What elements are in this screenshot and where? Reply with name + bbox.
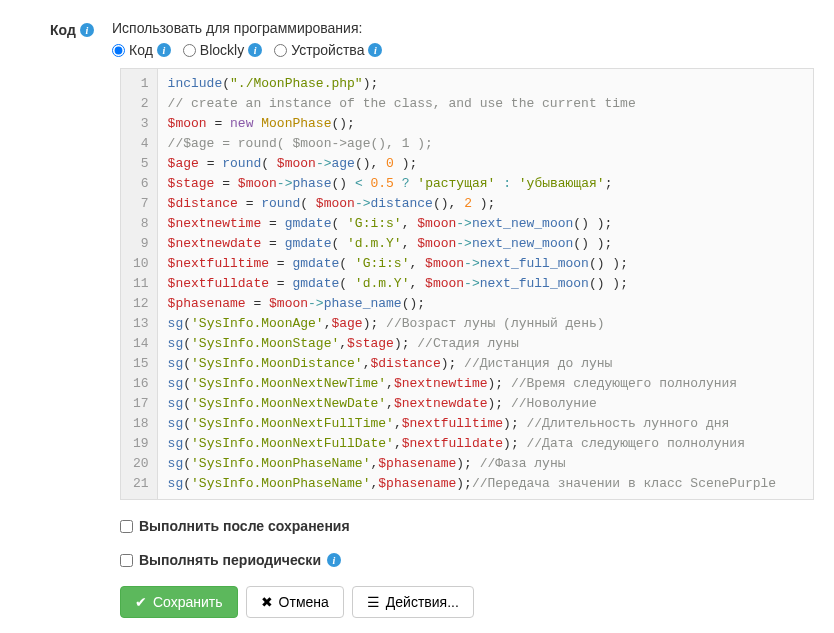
field-content: Использовать для программирования: Код i… [112, 20, 814, 58]
line-gutter: 123456789101112131415161718192021 [121, 69, 158, 499]
code-line[interactable]: sg('SysInfo.MoonDistance',$distance); //… [168, 354, 803, 374]
code-line[interactable]: sg('SysInfo.MoonStage',$stage); //Стадия… [168, 334, 803, 354]
info-icon[interactable]: i [327, 553, 341, 567]
checkbox-run-periodically-label[interactable]: Выполнять периодически [139, 552, 321, 568]
code-area[interactable]: include("./MoonPhase.php");// create an … [158, 69, 813, 499]
menu-icon: ☰ [367, 594, 380, 610]
code-line[interactable]: $nextfulltime = gmdate( 'G:i:s', $moon->… [168, 254, 803, 274]
code-line[interactable]: include("./MoonPhase.php"); [168, 74, 803, 94]
checkbox-run-after-save[interactable] [120, 520, 133, 533]
code-line[interactable]: $age = round( $moon->age(), 0 ); [168, 154, 803, 174]
radio-code-label[interactable]: Код [129, 42, 153, 58]
info-icon[interactable]: i [248, 43, 262, 57]
cancel-button-label: Отмена [279, 594, 329, 610]
close-icon: ✖ [261, 594, 273, 610]
field-label-text: Код [50, 22, 76, 38]
actions-button-label: Действия... [386, 594, 459, 610]
code-line[interactable]: //$age = round( $moon->age(), 1 ); [168, 134, 803, 154]
info-icon[interactable]: i [368, 43, 382, 57]
code-line[interactable]: $distance = round( $moon->distance(), 2 … [168, 194, 803, 214]
checkbox-run-periodically[interactable] [120, 554, 133, 567]
save-button-label: Сохранить [153, 594, 223, 610]
code-line[interactable]: sg('SysInfo.MoonAge',$age); //Возраст лу… [168, 314, 803, 334]
code-line[interactable]: $nextfulldate = gmdate( 'd.m.Y', $moon->… [168, 274, 803, 294]
code-line[interactable]: sg('SysInfo.MoonPhaseName',$phasename); … [168, 454, 803, 474]
code-line[interactable]: sg('SysInfo.MoonNextFullTime',$nextfullt… [168, 414, 803, 434]
radio-devices[interactable] [274, 44, 287, 57]
field-description: Использовать для программирования: [112, 20, 814, 36]
code-line[interactable]: $nextnewtime = gmdate( 'G:i:s', $moon->n… [168, 214, 803, 234]
radio-code[interactable] [112, 44, 125, 57]
radio-devices-label[interactable]: Устройства [291, 42, 364, 58]
radio-group: Код i Blockly i Устройства i [112, 42, 814, 58]
code-line[interactable]: // create an instance of the class, and … [168, 94, 803, 114]
code-line[interactable]: $stage = $moon->phase() < 0.5 ? 'растуща… [168, 174, 803, 194]
code-line[interactable]: sg('SysInfo.MoonNextFullDate',$nextfulld… [168, 434, 803, 454]
code-editor[interactable]: 123456789101112131415161718192021 includ… [120, 68, 814, 500]
check-icon: ✔ [135, 594, 147, 610]
code-line[interactable]: sg('SysInfo.MoonNextNewTime',$nextnewtim… [168, 374, 803, 394]
cancel-button[interactable]: ✖ Отмена [246, 586, 344, 618]
code-line[interactable]: sg('SysInfo.MoonPhaseName',$phasename);/… [168, 474, 803, 494]
code-line[interactable]: $nextnewdate = gmdate( 'd.m.Y', $moon->n… [168, 234, 803, 254]
save-button[interactable]: ✔ Сохранить [120, 586, 238, 618]
code-line[interactable]: $phasename = $moon->phase_name(); [168, 294, 803, 314]
actions-button[interactable]: ☰ Действия... [352, 586, 474, 618]
checkbox-run-after-save-label[interactable]: Выполнить после сохранения [139, 518, 350, 534]
info-icon[interactable]: i [80, 23, 94, 37]
info-icon[interactable]: i [157, 43, 171, 57]
code-line[interactable]: sg('SysInfo.MoonNextNewDate',$nextnewdat… [168, 394, 803, 414]
code-line[interactable]: $moon = new MoonPhase(); [168, 114, 803, 134]
radio-blockly-label[interactable]: Blockly [200, 42, 244, 58]
radio-blockly[interactable] [183, 44, 196, 57]
field-label-code: Код i [50, 20, 100, 38]
